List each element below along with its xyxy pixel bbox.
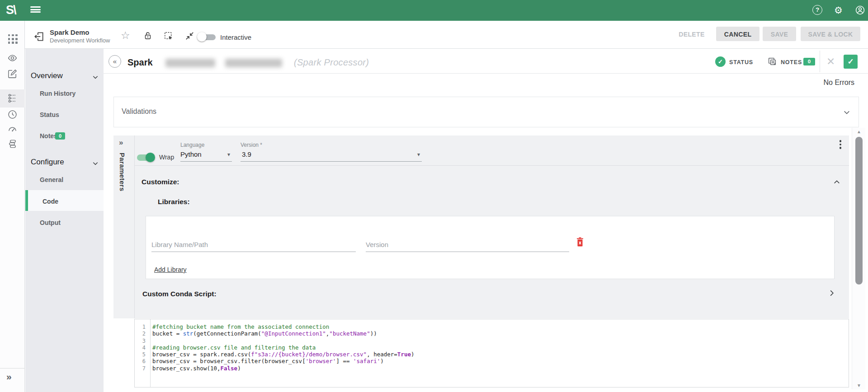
save-button[interactable]: SAVE [763,27,796,41]
libraries-card: Add Library [146,216,835,279]
save-and-lock-button[interactable]: SAVE & LOCK [801,27,860,41]
panel-strip-divider [134,135,135,318]
collapse-back-button[interactable]: « [108,55,121,68]
chevron-down-icon [92,74,99,82]
status-check-icon: ✓ [715,56,726,67]
menu-icon[interactable] [30,6,41,14]
notes-doc-icon [767,56,777,68]
sidebar-item-status[interactable]: Status [40,111,59,118]
interactive-toggle-knob[interactable] [197,32,207,42]
notes-tab[interactable]: NOTES [781,59,802,65]
redacted-title-text [225,59,282,67]
nav-selected-bar [25,190,28,211]
validations-expander[interactable]: Validations [113,97,859,127]
code-line[interactable]: 1#fetching bucket name from the associat… [135,323,847,330]
config-sidenav [25,49,104,392]
panel-expand-icon[interactable]: » [119,138,123,147]
lock-icon[interactable] [143,31,153,42]
version-select[interactable]: 3.9 [242,150,251,158]
help-icon[interactable]: ? [812,5,822,15]
wrap-toggle-knob[interactable] [146,153,155,162]
wrap-label: Wrap [159,154,174,161]
edit-note-icon[interactable] [7,69,18,79]
parameters-panel: » Parameters Wrap Language Python ▾ Vers… [113,135,849,318]
scroll-down-icon[interactable]: ▼ [852,383,866,388]
code-line[interactable]: 5browser_csv = spark.read.csv(f"s3a://{b… [135,351,847,358]
version-field-label: Version * [241,142,262,148]
nav-selected-highlight [25,190,104,211]
nav-section-overview[interactable]: Overview [31,71,63,80]
delete-library-trash-icon[interactable] [575,236,585,250]
top-app-bar: S\ ? ⚙ [0,0,868,21]
app-logo: S\ [6,3,16,17]
language-select[interactable]: Python [180,150,202,158]
workflow-name: Spark Demo [50,28,90,36]
snap-type-hint: (Spark Processor) [294,57,369,68]
apps-grid-icon[interactable] [8,34,18,44]
chevron-down-icon [92,160,99,168]
account-icon[interactable] [855,5,865,15]
chevron-right-icon[interactable] [829,289,835,299]
sidebar-item-code[interactable]: Code [42,198,58,205]
library-name-input[interactable] [151,237,356,252]
notes-count-badge: 0 [55,132,65,140]
snap-header [104,49,868,74]
rail-expand-icon[interactable]: » [6,371,12,382]
chevron-down-icon [843,109,850,117]
code-line[interactable]: 3 [135,337,847,344]
settings-gear-icon[interactable]: ⚙ [834,5,844,15]
parameters-vertical-label: Parameters [118,153,126,191]
language-underline [180,161,232,162]
code-editor[interactable]: 1#fetching bucket name from the associat… [134,319,849,387]
sidebar-item-run-history[interactable]: Run History [40,90,75,97]
layers-stack-icon[interactable] [7,139,18,149]
history-clock-icon[interactable] [7,109,18,120]
code-line[interactable]: 7browser_csv.show(10,False) [135,365,847,372]
nav-section-configure[interactable]: Configure [31,158,64,167]
snap-title: Spark [127,57,153,68]
eye-icon[interactable] [7,53,18,63]
cancel-button[interactable]: CANCEL [716,27,760,41]
validations-label: Validations [122,107,156,116]
code-line[interactable]: 4#reading browser.csv file and filtering… [135,344,847,351]
delete-button[interactable]: DELETE [676,27,708,41]
version-underline [241,161,422,162]
sidebar-item-output[interactable]: Output [40,219,61,226]
kebab-menu-icon[interactable] [836,140,845,150]
conda-script-label: Custom Conda Script: [142,290,217,298]
pipeline-icon[interactable] [7,93,18,103]
libraries-label: Libraries: [158,198,190,206]
close-icon[interactable]: ✕ [826,56,835,68]
add-library-link[interactable]: Add Library [154,266,187,273]
app-root: S\ ? ⚙ Spark Demo Development Workflow ☆… [0,0,868,392]
panel-row-divider [134,165,849,166]
confirm-check-button[interactable]: ✓ [844,55,858,69]
no-errors-status: No Errors [786,79,854,87]
customize-label: Customize: [142,178,179,186]
chevron-up-icon[interactable] [833,179,840,187]
language-field-label: Language [180,142,204,148]
redacted-title-text [165,59,215,67]
chevron-down-icon[interactable]: ▾ [227,151,230,158]
vertical-scrollbar[interactable]: ▲ ▼ [852,128,865,389]
code-line[interactable]: 2bucket = str(getConnectionParam("@Input… [135,330,847,337]
chevron-down-icon[interactable]: ▾ [417,151,420,158]
interactive-label: Interactive [220,33,251,41]
gauge-icon[interactable] [7,124,18,134]
library-version-input[interactable] [366,237,569,252]
code-line[interactable]: 6browser_csv = browser_csv.filter(browse… [135,358,847,364]
status-tab[interactable]: STATUS [729,59,753,65]
exit-workflow-icon[interactable] [33,31,45,44]
code-lines[interactable]: 1#fetching bucket name from the associat… [135,323,847,372]
favorite-star-icon[interactable]: ☆ [121,30,130,41]
workflow-type: Development Workflow [50,37,110,44]
scroll-up-icon[interactable]: ▲ [852,129,866,134]
header-notes-badge: 0 [803,58,815,65]
rail-divider [0,368,25,369]
header-divider [820,51,820,72]
scrollbar-thumb[interactable] [855,137,863,285]
compress-icon[interactable] [184,31,195,43]
sidebar-item-general[interactable]: General [40,176,63,183]
marquee-select-icon[interactable] [163,31,174,43]
